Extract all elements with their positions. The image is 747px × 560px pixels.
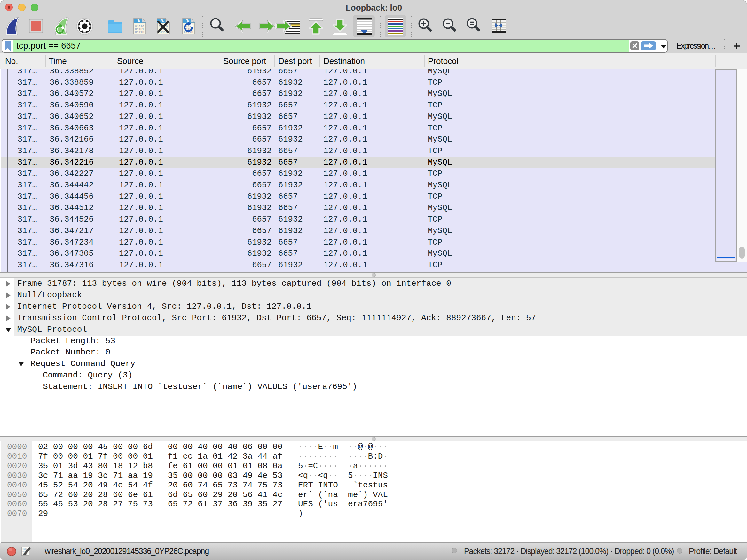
svg-text:0101: 0101 xyxy=(22,548,27,551)
svg-text:01110: 01110 xyxy=(135,30,144,34)
